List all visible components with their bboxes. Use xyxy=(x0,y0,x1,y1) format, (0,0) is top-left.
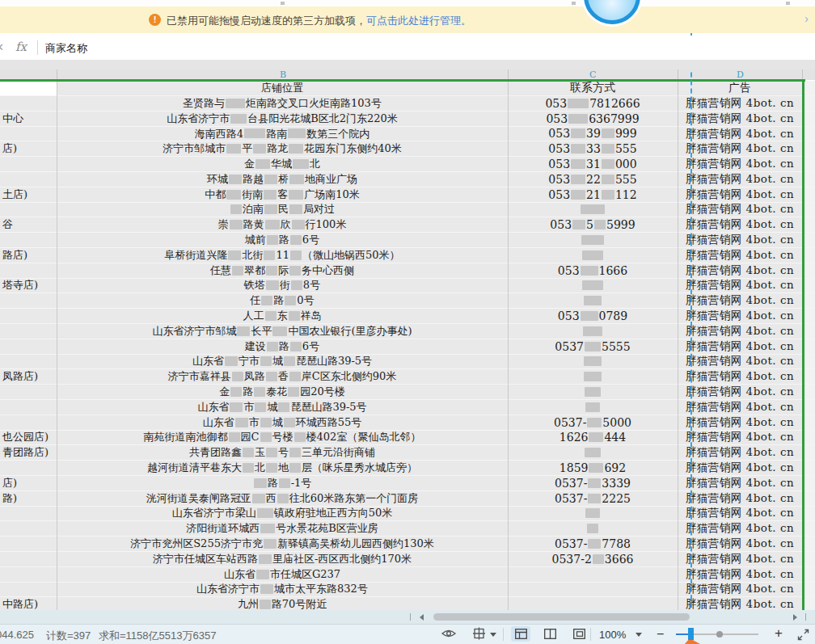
cell-location[interactable]: 泊南民局对过 xyxy=(57,203,508,217)
cell-merchant-tail[interactable] xyxy=(0,461,57,475)
cell-location[interactable]: 山东省宁市城琵琶山路39-5号 xyxy=(57,355,508,369)
cell-merchant-tail[interactable] xyxy=(0,537,57,551)
cell-contact[interactable]: 0531666 xyxy=(508,263,678,278)
cell-ad-header[interactable]: 广告 xyxy=(678,81,802,95)
cell-location[interactable]: 越河街道清平巷东大北地层（咪乐星秀水城店旁） xyxy=(57,461,508,475)
cell-location[interactable]: 济宁市任城区车站西路里庙社区-西区西北侧约170米 xyxy=(57,552,508,566)
cell-contact[interactable] xyxy=(508,355,678,369)
cell-ad[interactable]: 胖猫营销网 4bot. cn xyxy=(678,491,802,506)
cell-contact[interactable] xyxy=(508,507,678,521)
cell-merchant-tail[interactable] xyxy=(0,385,57,399)
eye-icon[interactable] xyxy=(441,627,456,642)
cell-contact[interactable] xyxy=(508,445,678,460)
cell-ad[interactable]: 胖猫营销网 4bot. cn xyxy=(678,233,802,247)
table-row[interactable]: 也公园店)南苑街道南池御都园C号楼楼402室（聚仙岛北邻）1626444胖猫营销… xyxy=(0,431,815,446)
table-row[interactable]: 山东省济宁市城市太平东路832号胖猫营销网 4bot. cn xyxy=(0,583,815,598)
cell-contact[interactable]: 0536367999 xyxy=(508,112,678,126)
table-row[interactable]: 圣贤路与炬南路交叉口火炬南路103号0537812666胖猫营销网 4bot. … xyxy=(0,96,815,112)
cell-contact[interactable]: 0537-7788 xyxy=(508,537,678,551)
table-row[interactable]: 谷崇路黄欣行100米05355999胖猫营销网 4bot. cn xyxy=(0,217,815,233)
table-row[interactable]: 山东省宁市城琵琶山路39-5号胖猫营销网 4bot. cn xyxy=(0,355,815,370)
cell-merchant-tail[interactable]: 土店) xyxy=(0,187,57,202)
cell-location[interactable]: 城前路6号 xyxy=(57,233,508,247)
cell-ad[interactable]: 胖猫营销网 4bot. cn xyxy=(678,141,802,156)
cell-ad[interactable]: 胖猫营销网 4bot. cn xyxy=(678,324,802,339)
cell-location[interactable]: 路-1号 xyxy=(57,476,508,490)
cell-merchant-tail[interactable] xyxy=(0,415,57,430)
cell-ad[interactable]: 胖猫营销网 4bot. cn xyxy=(678,355,802,369)
cell-contact[interactable]: 1859692 xyxy=(508,461,678,475)
table-row[interactable]: 中心山东省济宁市台县阳光花城B区北2门东220米0536367999胖猫营销网 … xyxy=(0,112,815,127)
table-row[interactable]: 店)路-1号0537-3339胖猫营销网 4bot. cn xyxy=(0,476,815,491)
cell-merchant-tail[interactable] xyxy=(0,172,57,187)
cell-ad[interactable]: 胖猫营销网 4bot. cn xyxy=(678,187,802,202)
cell-location[interactable]: 共青团路鑫玉号三单元沿街商铺 xyxy=(57,445,508,460)
cell-ad[interactable]: 胖猫营销网 4bot. cn xyxy=(678,263,802,278)
cell-merchant-tail[interactable]: 青团路店) xyxy=(0,445,57,460)
table-row[interactable]: 塔寺店)铁塔街8号胖猫营销网 4bot. cn xyxy=(0,279,815,294)
chevron-down-icon[interactable] xyxy=(490,633,496,637)
cell-contact[interactable] xyxy=(508,248,678,263)
cell-merchant-tail[interactable] xyxy=(0,339,57,354)
cell-ad[interactable]: 胖猫营销网 4bot. cn xyxy=(678,521,802,536)
table-row[interactable]: 城前路6号胖猫营销网 4bot. cn xyxy=(0,233,815,248)
cell-ad[interactable]: 胖猫营销网 4bot. cn xyxy=(678,567,802,582)
cell-location[interactable]: 山东省市城环城西路55号 xyxy=(57,415,508,430)
cell-location[interactable]: 金华城北 xyxy=(57,157,508,171)
cell-contact[interactable]: 05333555 xyxy=(508,141,678,156)
cell-contact[interactable]: 0537-23666 xyxy=(508,552,678,566)
cell-location[interactable]: 济阳街道环城西号水景花苑B区营业房 xyxy=(57,521,508,536)
table-row[interactable]: 店)济宁市邹城市平路龙花园东门东侧约40米05333555胖猫营销网 4bot.… xyxy=(0,141,815,157)
cell-ad[interactable]: 胖猫营销网 4bot. cn xyxy=(678,476,802,490)
cell-merchant-tail[interactable] xyxy=(0,157,57,171)
table-row[interactable]: 环城路越桥地商业广场05322555胖猫营销网 4bot. cn xyxy=(0,172,815,187)
cell-contact[interactable]: 1626444 xyxy=(508,431,678,445)
cell-location[interactable]: 济宁市邹城市平路龙花园东门东侧约40米 xyxy=(57,141,508,156)
normal-view-button[interactable] xyxy=(511,626,530,642)
cell-merchant-tail[interactable] xyxy=(0,355,57,369)
cell-merchant-tail[interactable]: 中心 xyxy=(0,112,57,126)
horizontal-scrollbar-strip[interactable] xyxy=(0,610,815,624)
table-row[interactable]: 任路0号胖猫营销网 4bot. cn xyxy=(0,293,815,309)
table-row[interactable]: 济阳街道环城西号水景花苑B区营业房胖猫营销网 4bot. cn xyxy=(0,521,815,537)
active-cell-a1[interactable] xyxy=(0,81,57,95)
scrollbar-thumb[interactable] xyxy=(433,613,690,621)
cell-contact[interactable]: 05331000 xyxy=(508,157,678,171)
cell-ad[interactable]: 胖猫营销网 4bot. cn xyxy=(678,445,802,460)
cell-ad[interactable]: 胖猫营销网 4bot. cn xyxy=(678,369,802,384)
scroll-left-arrow[interactable] xyxy=(420,614,424,621)
zoom-in-button[interactable]: + xyxy=(775,625,783,642)
zoom-out-button[interactable]: − xyxy=(657,627,664,642)
cell-contact[interactable]: 0530789 xyxy=(508,309,678,323)
cell-merchant-tail[interactable]: 中路店) xyxy=(0,597,57,610)
cell-contact[interactable] xyxy=(508,385,678,399)
cell-ad[interactable]: 胖猫营销网 4bot. cn xyxy=(678,248,802,263)
cell-ad[interactable]: 胖猫营销网 4bot. cn xyxy=(678,339,802,354)
cell-location[interactable]: 山东省济宁市梁山镇政府驻地正西方向50米 xyxy=(57,507,508,521)
cell-contact[interactable] xyxy=(508,567,678,582)
cell-location[interactable]: 洸河街道吴泰闸路冠亚西往北60米路东第一个门面房 xyxy=(57,491,508,506)
cell-contact[interactable] xyxy=(508,400,678,415)
cell-location-header[interactable]: 店铺位置 xyxy=(57,81,508,95)
cell-contact[interactable] xyxy=(508,521,678,536)
cell-contact[interactable]: 0537-3339 xyxy=(508,476,678,490)
cell-location[interactable]: 山东省市任城区G237 xyxy=(57,567,508,582)
cell-contact[interactable] xyxy=(508,324,678,339)
scroll-right-arrow[interactable] xyxy=(793,614,797,621)
cell-ad[interactable]: 胖猫营销网 4bot. cn xyxy=(678,400,802,415)
cell-ad[interactable]: 胖猫营销网 4bot. cn xyxy=(678,172,802,187)
cell-contact[interactable] xyxy=(508,369,678,384)
fx-icon[interactable]: fx xyxy=(15,40,27,54)
cell-merchant-tail[interactable] xyxy=(0,96,57,111)
cell-contact[interactable]: 0537-2225 xyxy=(508,491,678,506)
table-header-row[interactable]: 店铺位置联系方式广告 xyxy=(0,81,815,96)
cell-contact[interactable]: 05321112 xyxy=(508,187,678,202)
cell-location[interactable]: 山东省济宁市台县阳光花城B区北2门东220米 xyxy=(57,112,508,126)
cell-contact[interactable]: 05355999 xyxy=(508,217,678,232)
cell-merchant-tail[interactable] xyxy=(0,293,57,308)
cell-contact[interactable] xyxy=(508,597,678,610)
cell-ad[interactable]: 胖猫营销网 4bot. cn xyxy=(678,217,802,232)
cell-ad[interactable]: 胖猫营销网 4bot. cn xyxy=(678,309,802,323)
table-row[interactable]: 任慧翠都际务中心西侧0531666胖猫营销网 4bot. cn xyxy=(0,263,815,279)
table-row[interactable]: 海南西路4路南数第三个院内05339999胖猫营销网 4bot. cn xyxy=(0,127,815,142)
